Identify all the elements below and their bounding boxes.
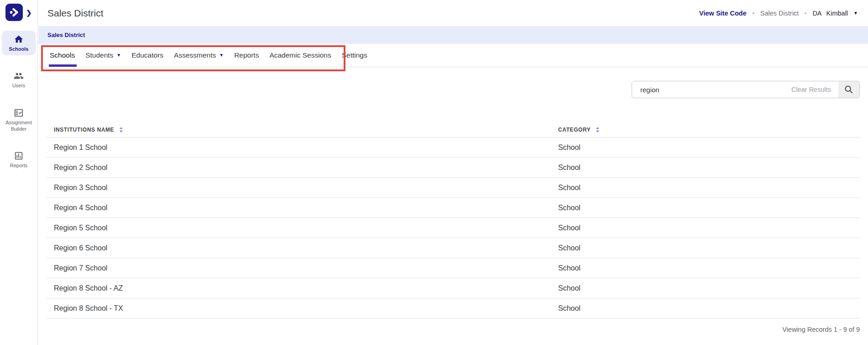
top-header: Sales District View Site Code Sales Dist… — [38, 0, 868, 26]
institution-name-cell: Region 5 School — [47, 224, 551, 232]
sidebar-item-schools[interactable]: Schools — [2, 31, 36, 55]
tab-label: Reports — [234, 51, 259, 59]
header-right-cluster: View Site Code Sales District DA Kimball… — [699, 10, 858, 17]
breadcrumb-bar: Sales District — [38, 26, 868, 44]
chevron-down-icon: ▼ — [219, 53, 224, 58]
institution-name-cell: Region 3 School — [47, 184, 551, 192]
sidebar: ❯ Schools Users Assignment Builder Repor… — [0, 0, 38, 345]
header-district-name: Sales District — [760, 10, 799, 17]
sidebar-item-label: Users — [12, 82, 26, 89]
main-area: Sales District View Site Code Sales Dist… — [38, 0, 868, 333]
table-row[interactable]: Region 8 School - TX School — [47, 298, 860, 318]
sidebar-item-label: Schools — [9, 46, 29, 52]
category-cell: School — [551, 164, 860, 172]
category-cell: School — [551, 184, 860, 192]
table-row[interactable]: Region 5 School School — [47, 218, 860, 238]
home-icon — [14, 34, 24, 44]
user-menu-caret-icon: ▼ — [853, 11, 858, 16]
institution-name-cell: Region 8 School - AZ — [47, 284, 551, 292]
user-name: Kimball — [826, 10, 848, 17]
user-initials: DA — [812, 10, 821, 17]
separator-dot — [805, 12, 806, 14]
breadcrumb[interactable]: Sales District — [47, 32, 85, 38]
tab[interactable]: Academic Sessions — [269, 44, 331, 67]
tab-label: Schools — [50, 51, 75, 59]
table-header-row: INSTITUTIONS NAME CATEGORY — [47, 122, 860, 138]
tab-label: Assessments — [174, 51, 216, 59]
clear-results-button[interactable]: Clear Results — [791, 86, 831, 93]
institution-name-cell: Region 1 School — [47, 143, 551, 152]
category-cell: School — [551, 204, 860, 212]
table-row[interactable]: Region 1 School School — [47, 138, 860, 158]
tab[interactable]: Schools — [50, 44, 75, 67]
sidebar-nav: Schools Users Assignment Builder Reports — [0, 31, 37, 172]
records-count: Viewing Records 1 - 9 of 9 — [38, 326, 860, 333]
category-cell: School — [551, 143, 860, 152]
tab[interactable]: Assessments ▼ — [174, 44, 224, 67]
category-cell: School — [551, 284, 860, 292]
table-row[interactable]: Region 7 School School — [47, 258, 860, 278]
separator-dot — [753, 12, 754, 14]
search-row: Clear Results — [38, 81, 860, 98]
view-site-code-link[interactable]: View Site Code — [699, 10, 747, 17]
institution-name-cell: Region 4 School — [47, 204, 551, 212]
tab-label: Students — [85, 51, 113, 59]
tab[interactable]: Educators — [131, 44, 163, 67]
tab[interactable]: Settings — [342, 44, 367, 67]
table-row[interactable]: Region 8 School - AZ School — [47, 278, 860, 298]
page-title: Sales District — [47, 8, 104, 19]
users-icon — [14, 71, 24, 81]
tab-label: Educators — [131, 51, 163, 59]
sidebar-item-assignment-builder[interactable]: Assignment Builder — [2, 104, 36, 136]
tab[interactable]: Reports — [234, 44, 259, 67]
chevron-down-icon: ▼ — [116, 53, 121, 58]
table-row[interactable]: Region 6 School School — [47, 238, 860, 258]
column-header-category[interactable]: CATEGORY — [551, 127, 860, 133]
sort-icon — [119, 127, 124, 133]
institution-name-cell: Region 6 School — [47, 244, 551, 252]
sidebar-expand-icon[interactable]: ❯ — [26, 9, 32, 16]
table-row[interactable]: Region 3 School School — [47, 178, 860, 198]
sidebar-item-label: Assignment Builder — [3, 119, 35, 133]
search-input[interactable] — [632, 81, 788, 98]
sort-icon — [595, 127, 600, 133]
tab[interactable]: Students ▼ — [85, 44, 121, 67]
category-cell: School — [551, 224, 860, 232]
table-body: Region 1 School School Region 2 School S… — [47, 138, 860, 318]
column-header-institutions-name[interactable]: INSTITUTIONS NAME — [47, 127, 551, 133]
app-logo — [5, 4, 23, 21]
tab-bar: Schools Students ▼ Educators Assessments… — [38, 44, 868, 67]
sidebar-item-reports[interactable]: Reports — [2, 147, 36, 172]
institution-name-cell: Region 7 School — [47, 264, 551, 272]
logo-row: ❯ — [0, 0, 37, 21]
institutions-table: INSTITUTIONS NAME CATEGORY Region 1 Scho… — [47, 122, 860, 318]
bar-chart-icon — [14, 151, 24, 161]
institution-name-cell: Region 8 School - TX — [47, 304, 551, 313]
tab-label: Academic Sessions — [269, 51, 331, 59]
category-cell: School — [551, 264, 860, 272]
assignment-icon — [14, 108, 24, 118]
table-row[interactable]: Region 2 School School — [47, 158, 860, 178]
sidebar-item-users[interactable]: Users — [2, 67, 36, 92]
sidebar-item-label: Reports — [10, 162, 28, 169]
column-header-label: CATEGORY — [558, 127, 591, 133]
tab-label: Settings — [342, 51, 367, 59]
arrow-logo-icon — [8, 6, 20, 18]
search-box: Clear Results — [632, 81, 860, 98]
magnifier-icon — [844, 85, 854, 95]
institution-name-cell: Region 2 School — [47, 164, 551, 172]
user-menu[interactable]: DA Kimball ▼ — [812, 10, 858, 17]
category-cell: School — [551, 304, 860, 313]
search-button[interactable] — [838, 81, 859, 98]
category-cell: School — [551, 244, 860, 252]
table-row[interactable]: Region 4 School School — [47, 198, 860, 218]
column-header-label: INSTITUTIONS NAME — [54, 127, 114, 133]
